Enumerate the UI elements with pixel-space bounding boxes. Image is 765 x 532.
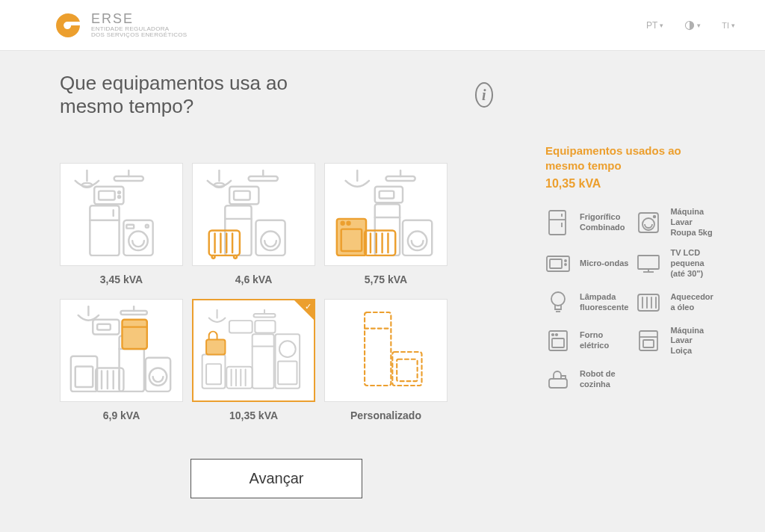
topbar-controls: PT ▾ ▾ TI ▾ — [646, 20, 735, 31]
svg-rect-19 — [249, 176, 278, 181]
equip-item: Robot de cozinha — [545, 367, 628, 392]
equip-label: Micro-ondas — [580, 259, 628, 269]
svg-rect-71 — [254, 314, 276, 318]
tv-icon — [636, 251, 661, 276]
kva-card-label: 6,9 kVA — [60, 409, 183, 421]
svg-rect-14 — [126, 225, 134, 229]
svg-point-32 — [234, 256, 237, 259]
svg-rect-113 — [552, 338, 564, 347]
text-size-icon: TI — [722, 21, 729, 30]
fridge-icon — [545, 210, 571, 235]
advance-button[interactable]: Avançar — [191, 459, 362, 498]
topbar: ERSE ENTIDADE REGULADORA DOS SERVIÇOS EN… — [0, 0, 765, 51]
svg-rect-90 — [397, 359, 417, 381]
equip-label: Robot de cozinha — [580, 369, 628, 390]
equip-item: Máquina Lavar Loiça — [636, 326, 713, 356]
page-heading-row: Que equipamentos usa ao mesmo tempo? i — [60, 72, 493, 118]
svg-rect-37 — [380, 191, 394, 199]
equip-item: TV LCD pequena (até 30") — [636, 248, 713, 279]
appliance-illustration — [66, 170, 176, 259]
svg-point-114 — [552, 334, 554, 335]
equip-item: Frigorífico Combinado — [545, 207, 628, 238]
svg-rect-9 — [90, 205, 119, 256]
kva-card-label: 10,35 kVA — [192, 409, 315, 421]
text-size-toggle[interactable]: TI ▾ — [722, 21, 735, 30]
panel-kva-value: 10,35 kVA — [545, 177, 713, 191]
svg-rect-74 — [253, 334, 274, 389]
svg-point-31 — [212, 256, 215, 259]
svg-rect-72 — [229, 321, 253, 332]
language-label: PT — [646, 20, 657, 31]
kva-card-custom[interactable] — [324, 299, 447, 402]
selected-equipment-panel: Equipamentos usados ao mesmo tempo 10,35… — [545, 72, 713, 421]
food-processor-icon — [545, 367, 571, 392]
appliance-illustration — [331, 306, 441, 395]
svg-rect-81 — [226, 367, 252, 389]
equip-label: Frigorífico Combinado — [580, 212, 628, 233]
erse-logo-icon — [52, 10, 84, 41]
kva-card-6-9[interactable] — [60, 299, 183, 402]
svg-rect-119 — [549, 379, 567, 388]
lightbulb-icon — [545, 290, 571, 315]
svg-rect-4 — [114, 176, 143, 181]
svg-point-59 — [149, 368, 167, 386]
equip-label: Máquina Lavar Roupa 5kg — [670, 207, 713, 238]
equip-item: Forno elétrico — [545, 326, 628, 356]
language-selector[interactable]: PT ▾ — [646, 20, 663, 31]
equip-label: Forno elétrico — [580, 330, 628, 351]
svg-rect-55 — [97, 324, 111, 330]
equip-label: Aquecedor a óleo — [670, 292, 713, 313]
equip-item: Máquina Lavar Roupa 5kg — [636, 207, 713, 238]
washer-icon — [636, 210, 661, 235]
svg-rect-21 — [234, 191, 250, 200]
kva-card-3-45[interactable] — [60, 163, 183, 266]
equip-label: Lâmpada fluorescente — [580, 292, 628, 313]
svg-rect-53 — [121, 311, 147, 315]
svg-rect-46 — [365, 231, 395, 256]
kva-cards-grid: 3,45 kVA — [60, 163, 493, 421]
kva-card-4-6[interactable] — [192, 163, 315, 266]
svg-rect-80 — [206, 364, 221, 384]
svg-rect-86 — [206, 340, 225, 355]
equip-label: Máquina Lavar Loiça — [670, 326, 713, 356]
kva-card-label: 5,75 kVA — [324, 273, 447, 285]
appliance-illustration — [199, 170, 309, 259]
panel-title: Equipamentos usados ao mesmo tempo — [545, 143, 713, 173]
equip-item: Aquecedor a óleo — [636, 290, 713, 315]
kva-card-label: 4,6 kVA — [192, 273, 315, 285]
dishwasher-icon — [636, 328, 661, 353]
contrast-icon — [684, 20, 695, 31]
equip-label: TV LCD pequena (até 30") — [670, 248, 713, 279]
svg-point-97 — [654, 215, 656, 217]
chevron-down-icon: ▾ — [660, 22, 663, 29]
svg-rect-78 — [278, 362, 297, 385]
svg-rect-91 — [549, 211, 566, 235]
svg-point-100 — [565, 260, 566, 262]
page-title: Que equipamentos usa ao mesmo tempo? — [60, 72, 311, 118]
svg-point-115 — [556, 334, 557, 335]
chevron-down-icon: ▾ — [697, 22, 701, 29]
info-icon[interactable]: i — [475, 82, 493, 108]
check-icon: ✓ — [305, 302, 312, 312]
appliance-illustration — [66, 306, 176, 395]
svg-rect-61 — [75, 367, 93, 387]
svg-point-7 — [118, 191, 120, 194]
kva-card-10-35[interactable]: ✓ — [192, 299, 315, 402]
microwave-icon — [545, 251, 571, 276]
svg-rect-67 — [122, 320, 146, 349]
contrast-toggle[interactable]: ▾ — [684, 20, 701, 31]
svg-point-105 — [551, 292, 565, 306]
kva-card-label: Personalizado — [324, 409, 447, 421]
oven-icon — [545, 328, 571, 353]
appliance-illustration — [331, 170, 441, 259]
svg-point-77 — [279, 341, 296, 357]
svg-rect-6 — [99, 191, 115, 200]
svg-rect-73 — [255, 321, 275, 332]
svg-rect-35 — [386, 176, 415, 181]
kva-card-label: 3,45 kVA — [60, 273, 183, 285]
kva-card-5-75[interactable] — [324, 163, 447, 266]
brand-tagline-2: DOS SERVIÇOS ENERGÉTICOS — [91, 32, 187, 38]
brand-name: ERSE — [91, 12, 187, 26]
svg-rect-102 — [638, 256, 659, 269]
equip-item: Micro-ondas — [545, 248, 628, 279]
